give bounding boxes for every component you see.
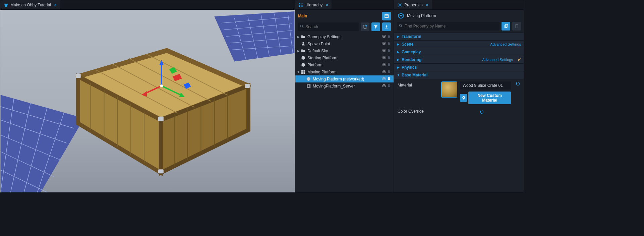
visibility-icon[interactable] bbox=[382, 62, 386, 68]
svg-point-75 bbox=[383, 57, 384, 58]
new-custom-material-button[interactable]: New Custom Material bbox=[468, 92, 511, 104]
svg-rect-72 bbox=[388, 43, 390, 45]
svg-rect-58 bbox=[301, 3, 303, 4]
section-physics[interactable]: ▶ Physics bbox=[394, 63, 524, 71]
hierarchy-item[interactable]: ▶Default Sky bbox=[295, 47, 394, 54]
visibility-icon[interactable] bbox=[382, 48, 386, 54]
add-object-button[interactable]: + bbox=[361, 22, 369, 31]
visibility-icon[interactable] bbox=[382, 55, 386, 61]
hierarchy-item[interactable]: Moving Platform (networked) bbox=[295, 75, 394, 82]
lock-icon[interactable] bbox=[387, 49, 391, 53]
reset-icon[interactable] bbox=[479, 110, 484, 115]
hierarchy-item[interactable]: Spawn Point bbox=[295, 40, 394, 47]
hierarchy-search-input[interactable] bbox=[305, 24, 357, 29]
svg-point-85 bbox=[383, 78, 384, 79]
paste-properties-button[interactable] bbox=[512, 22, 521, 31]
section-scene[interactable]: ▶ Scene Advanced Settings bbox=[394, 40, 524, 48]
upload-button[interactable] bbox=[382, 22, 391, 31]
hierarchy-item[interactable]: Platform bbox=[295, 61, 394, 68]
hierarchy-tab[interactable]: Hierarchy × bbox=[295, 0, 332, 9]
hierarchy-item-label: Spawn Point bbox=[307, 42, 382, 46]
lock-icon[interactable] bbox=[387, 77, 391, 81]
viewport-tab[interactable]: Make an Obby Tutorial × bbox=[0, 0, 60, 9]
gear-icon bbox=[398, 3, 402, 7]
reset-icon[interactable] bbox=[516, 81, 520, 87]
properties-tab[interactable]: Properties × bbox=[394, 0, 432, 9]
section-transform[interactable]: ▶ Transform bbox=[394, 33, 524, 40]
svg-rect-82 bbox=[303, 72, 305, 74]
properties-search[interactable] bbox=[397, 22, 500, 31]
close-icon[interactable]: × bbox=[54, 3, 57, 7]
svg-rect-76 bbox=[388, 57, 390, 59]
hierarchy-panel: Hierarchy × Main + ▶Gameplay SettingsSpa… bbox=[295, 0, 394, 193]
visibility-icon[interactable] bbox=[382, 41, 386, 47]
hierarchy-item[interactable]: ▼Moving Platform bbox=[295, 68, 394, 75]
locate-material-button[interactable] bbox=[460, 94, 467, 102]
hierarchy-item[interactable]: ▶Gameplay Settings bbox=[295, 33, 394, 40]
copy-properties-button[interactable] bbox=[502, 22, 510, 31]
visibility-icon[interactable] bbox=[382, 76, 386, 82]
hierarchy-item-label: Moving Platform bbox=[307, 70, 382, 74]
svg-rect-55 bbox=[299, 3, 300, 4]
visibility-icon[interactable] bbox=[382, 69, 386, 75]
svg-text:+: + bbox=[366, 25, 367, 26]
material-thumbnail[interactable] bbox=[441, 81, 457, 98]
advanced-settings-link[interactable]: Advanced Settings bbox=[490, 42, 521, 46]
svg-point-88 bbox=[383, 85, 384, 86]
expander-icon[interactable]: ▼ bbox=[297, 70, 300, 74]
cinematic-button[interactable] bbox=[382, 12, 391, 20]
hierarchy-item[interactable]: MovingPlatform_Server bbox=[295, 82, 394, 90]
viewport-scene bbox=[0, 10, 295, 192]
section-base-material[interactable]: ▼ Base Material bbox=[394, 71, 524, 79]
viewport-3d[interactable] bbox=[0, 10, 295, 192]
hierarchy-search[interactable] bbox=[298, 22, 359, 31]
svg-point-68 bbox=[383, 36, 384, 37]
close-icon[interactable]: × bbox=[326, 3, 328, 7]
section-rendering[interactable]: ▶ Rendering Advanced Settings ✔ bbox=[394, 56, 524, 63]
lock-icon[interactable] bbox=[387, 70, 391, 74]
spawn-icon bbox=[301, 42, 305, 46]
svg-point-83 bbox=[383, 71, 384, 72]
svg-rect-59 bbox=[301, 5, 303, 5]
viewport-tab-bar: Make an Obby Tutorial × bbox=[0, 0, 295, 10]
hierarchy-item-label: MovingPlatform_Server bbox=[313, 84, 382, 88]
expander-icon[interactable]: ▶ bbox=[297, 35, 300, 39]
svg-rect-81 bbox=[301, 72, 303, 74]
properties-tab-label: Properties bbox=[404, 3, 423, 7]
close-icon[interactable]: × bbox=[426, 3, 428, 7]
section-gameplay[interactable]: ▶ Gameplay bbox=[394, 48, 524, 56]
hierarchy-tree[interactable]: ▶Gameplay SettingsSpawn Point▶Default Sk… bbox=[295, 33, 394, 192]
material-name-field[interactable]: Wood 9 Slice Crate 01 bbox=[460, 81, 511, 90]
object-name: Moving Platform bbox=[407, 13, 436, 18]
hierarchy-tab-bar: Hierarchy × bbox=[295, 0, 394, 10]
svg-rect-67 bbox=[385, 28, 388, 28]
caret-right-icon: ▶ bbox=[397, 35, 400, 38]
lock-icon[interactable] bbox=[387, 42, 391, 46]
lock-icon[interactable] bbox=[387, 63, 391, 67]
hierarchy-tab-label: Hierarchy bbox=[305, 3, 323, 7]
search-icon bbox=[399, 24, 403, 29]
svg-rect-80 bbox=[303, 70, 305, 72]
svg-rect-79 bbox=[301, 70, 303, 72]
properties-search-input[interactable] bbox=[404, 24, 497, 28]
expander-icon[interactable]: ▶ bbox=[297, 49, 300, 53]
lock-icon[interactable] bbox=[387, 56, 391, 60]
properties-panel: Properties × Moving Platform ▶ Transform… bbox=[394, 0, 524, 193]
section-title: Transform bbox=[402, 34, 421, 39]
visibility-icon[interactable] bbox=[382, 83, 386, 89]
filter-button[interactable] bbox=[371, 22, 380, 31]
svg-point-54 bbox=[160, 84, 163, 87]
cube-icon bbox=[301, 63, 305, 67]
base-material-body: Material Wood 9 Slice Crate 01 New Custo… bbox=[394, 79, 524, 118]
svg-rect-78 bbox=[388, 64, 390, 66]
lock-icon[interactable] bbox=[387, 84, 391, 88]
svg-rect-69 bbox=[388, 36, 390, 38]
svg-rect-95 bbox=[516, 24, 518, 28]
visibility-icon[interactable] bbox=[382, 34, 386, 40]
hierarchy-item[interactable]: Starting Platform bbox=[295, 54, 394, 61]
advanced-settings-link[interactable]: Advanced Settings bbox=[482, 58, 513, 62]
svg-rect-60 bbox=[301, 6, 303, 7]
svg-line-64 bbox=[302, 26, 303, 27]
lock-icon[interactable] bbox=[387, 35, 391, 39]
caret-down-icon: ▼ bbox=[397, 73, 400, 77]
